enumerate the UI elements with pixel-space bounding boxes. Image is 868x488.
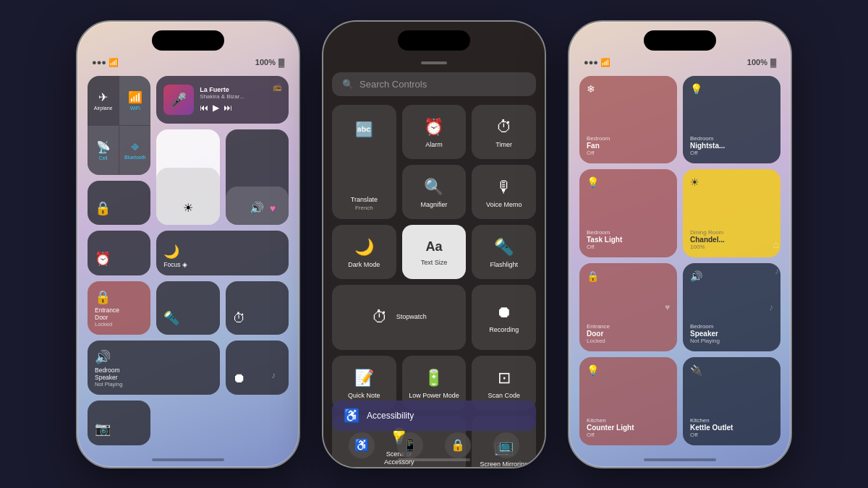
now-playing-tile[interactable]: 🎤 La Fuerte Shakira & Bizar... ⏮ ▶ ⏭ 📻 (156, 76, 289, 124)
bedroom-nightstand-tile[interactable]: 💡 Bedroom Nightsta... Off (683, 76, 780, 164)
status-right-3: 100% ▓ (747, 58, 776, 67)
volume-icon: 🔊 (250, 201, 264, 215)
flashlight-ctrl-tile[interactable]: 🔦 Flashlight (472, 225, 536, 279)
bedroom-fan-tile[interactable]: ❄ Bedroom Fan Off (579, 76, 677, 164)
task-light-tile[interactable]: 💡 Bedroom Task Light Off (579, 169, 677, 257)
power-button-1[interactable] (299, 94, 300, 123)
rotation-lock-tile[interactable]: 🔒 (88, 181, 150, 225)
speaker-room-label: Bedroom (95, 367, 120, 374)
volume-slider[interactable]: 🔊 (226, 129, 289, 226)
timer-icon: ⏱ (233, 311, 246, 326)
home-bar-3[interactable] (644, 458, 716, 461)
music-controls: ⏮ ▶ ⏭ (200, 103, 281, 113)
dynamic-island-1 (152, 30, 224, 51)
speaker-hk-room: Bedroom (690, 323, 773, 330)
next-track-btn[interactable]: ⏭ (224, 103, 232, 113)
power-button-2[interactable] (545, 94, 546, 123)
counter-light-icon: 💡 (587, 364, 599, 376)
play-pause-btn[interactable]: ▶ (213, 103, 219, 113)
timer-tile[interactable]: ⏱ (226, 281, 289, 335)
speaker-icon: 🔊 (95, 349, 111, 365)
brightness-slider[interactable]: ☀ (156, 129, 219, 226)
search-bar[interactable]: 🔍 Search Controls (332, 72, 536, 96)
speaker-hk-icon: 🔊 (690, 270, 702, 282)
add-controls-screen: 🔍 Search Controls 🔤 TranslateFrench ⏰ Al… (323, 22, 545, 467)
kettle-room: Kitchen (690, 417, 773, 424)
speaker-status-label: Not Playing (95, 381, 122, 388)
scan-code-ctrl-icon: ⊡ (498, 369, 511, 388)
kettle-outlet-tile[interactable]: 🔌 Kitchen Kettle Outlet Off (683, 357, 780, 445)
cellular-btn[interactable]: 📡 Cell (88, 126, 119, 175)
bottom-phone-btn[interactable]: 📱 (397, 432, 423, 458)
stopwatch-ctrl-label: Stopwatch (396, 313, 427, 321)
entrance-door-tile[interactable]: 🔒 Entrance Door Locked (88, 281, 150, 335)
cellular-label: Cell (99, 155, 108, 160)
alarm-ctrl-tile[interactable]: ⏰ Alarm (402, 105, 467, 159)
alarm-tile[interactable]: ⏰ (88, 231, 150, 275)
focus-tile[interactable]: 🌙 Focus ◈ (156, 231, 289, 275)
battery-percent-3: 100% (747, 58, 767, 67)
counter-light-tile[interactable]: 💡 Kitchen Counter Light Off (579, 357, 677, 445)
camera-tile[interactable]: 📷 (88, 401, 150, 445)
status-bar-1: ●●● 📶 100% ▓ (77, 58, 299, 67)
airplay-icon[interactable]: 📻 (273, 83, 281, 91)
chandelier-status: 100% (690, 244, 773, 250)
bluetooth-label: Bluetooth (124, 155, 146, 160)
status-left-1: ●●● 📶 (92, 58, 119, 67)
dark-mode-ctrl-label: Dark Mode (348, 261, 380, 269)
power-button-3[interactable] (791, 94, 792, 123)
accessibility-bar[interactable]: ♿ Accessibility (332, 401, 536, 431)
vol-down-button-1[interactable] (76, 116, 77, 137)
kettle-icon: 🔌 (690, 364, 702, 376)
flashlight-tile[interactable]: 🔦 (156, 281, 219, 335)
vol-up-button-3[interactable] (568, 87, 569, 108)
dark-mode-ctrl-tile[interactable]: 🌙 Dark Mode (332, 225, 396, 279)
chandelier-tile[interactable]: ☀ Dining Room Chandel... 100% (683, 169, 780, 257)
vol-up-button-1[interactable] (76, 87, 77, 108)
speaker-tile[interactable]: 🔊 Bedroom Speaker Not Playing (88, 341, 220, 395)
kettle-status: Off (690, 432, 773, 438)
text-size-ctrl-label: Text Size (421, 259, 448, 267)
counter-status: Off (587, 432, 670, 438)
screen-mirror-ctrl-label: Screen Mirroring (480, 461, 528, 466)
vol-down-button-3[interactable] (568, 116, 569, 137)
bottom-icons-bar: ♿ 📱 🔒 📺 (323, 432, 545, 458)
prev-track-btn[interactable]: ⏮ (200, 103, 208, 113)
bedroom-speaker-hk-tile[interactable]: 🔊 ♪ Bedroom Speaker Not Playing (683, 263, 780, 351)
screen-record-tile[interactable]: ⏺ (226, 341, 289, 395)
nightstand-icon: 💡 (690, 83, 702, 95)
wifi-btn[interactable]: 📶 WiFi (119, 76, 150, 125)
bottom-screen-btn[interactable]: 📺 (493, 432, 519, 458)
bluetooth-btn[interactable]: ⎆ Bluetooth (119, 126, 150, 175)
timer-ctrl-tile[interactable]: ⏱ Timer (472, 105, 536, 159)
home-bar-2[interactable] (398, 458, 470, 461)
recording-ctrl-tile[interactable]: ⏺ Recording (472, 285, 536, 350)
translate-tile[interactable]: 🔤 TranslateFrench (332, 105, 396, 219)
home-bar-1[interactable] (152, 458, 224, 461)
wifi-label: WiFi (130, 106, 140, 111)
entrance-door-icon: 🔒 (587, 270, 599, 282)
magnifier-ctrl-tile[interactable]: 🔍 Magnifier (402, 165, 467, 219)
door-room-label: Entrance (95, 307, 119, 314)
entrance-door-hk-tile[interactable]: 🔒 ♥ Entrance Door Locked (579, 263, 677, 351)
magnifier-ctrl-label: Magnifier (420, 201, 447, 209)
nightstand-name: Nightsta... (690, 142, 773, 150)
voice-memo-ctrl-tile[interactable]: 🎙 Voice Memo (472, 165, 536, 219)
airplane-mode-btn[interactable]: ✈ Airplane (88, 76, 119, 125)
phone-1: ●●● 📶 100% ▓ ✈ Airplane 📶 WiFi 📡 Cell (76, 20, 300, 468)
task-room: Bedroom (587, 229, 670, 236)
moon-icon: 🌙 (163, 244, 179, 260)
bottom-accessibility-btn[interactable]: ♿ (349, 432, 375, 458)
dynamic-island-2 (398, 30, 470, 51)
rotation-icon: 🔒 (95, 200, 111, 216)
kettle-name: Kettle Outlet (690, 424, 773, 432)
stopwatch-ctrl-icon: ⏱ (372, 308, 388, 327)
dark-mode-ctrl-icon: 🌙 (354, 238, 374, 257)
text-size-ctrl-tile[interactable]: Aa Text Size (402, 225, 467, 279)
stopwatch-ctrl-tile[interactable]: ⏱ Stopwatch (332, 285, 466, 350)
battery-icon-3: ▓ (770, 58, 776, 67)
entrance-hk-room: Entrance (587, 323, 670, 330)
bottom-lock-btn[interactable]: 🔒 (445, 432, 471, 458)
battery-percent-1: 100% (255, 58, 276, 67)
translate-icon: 🔤 (355, 114, 373, 138)
